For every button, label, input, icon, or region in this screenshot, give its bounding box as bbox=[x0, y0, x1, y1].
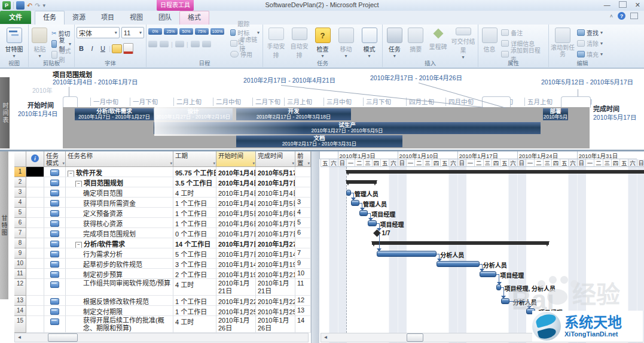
duration-cell[interactable]: 4 工时 bbox=[173, 279, 216, 296]
mode-button[interactable]: 模式 ▾ bbox=[358, 26, 380, 59]
timeline-bar[interactable]: 试生产2010年1月27日 - 2010年5月5日 bbox=[154, 122, 541, 134]
underline-button[interactable]: U bbox=[98, 44, 108, 53]
task-mode-cell[interactable] bbox=[44, 167, 66, 177]
collapse-task-icon[interactable]: − bbox=[75, 242, 82, 248]
finish-date-cell[interactable]: 2010年1月21日 bbox=[256, 269, 295, 279]
finish-date-cell[interactable]: 2010年1月7日 bbox=[256, 177, 295, 187]
row-number-cell[interactable]: 9 bbox=[14, 248, 26, 259]
finish-date-cell[interactable]: 2010年1月19日 bbox=[256, 259, 295, 269]
predecessor-cell[interactable] bbox=[295, 167, 311, 177]
gantt-task-bar[interactable] bbox=[501, 298, 509, 304]
finish-date-cell[interactable]: 2010年1月7日 bbox=[256, 228, 295, 238]
task-name-cell[interactable]: 获得开展后续工作的批准(概念、期限和预算) bbox=[66, 316, 173, 333]
inspect-button[interactable]: ? 检查 ▾ bbox=[312, 26, 334, 59]
restore-button[interactable] bbox=[619, 1, 627, 8]
start-date-cell[interactable]: 2010年1月4日 bbox=[216, 187, 256, 198]
inactivate-button[interactable]: 停用 bbox=[229, 49, 261, 59]
gantt-task-bar[interactable] bbox=[368, 220, 376, 226]
insert-deliverable-button[interactable]: 可交付结果 ▾ bbox=[450, 26, 476, 59]
task-name-cell[interactable]: 确定项目范围 bbox=[66, 187, 173, 198]
row-info-cell[interactable] bbox=[26, 187, 44, 198]
timeline-callout[interactable]: 2010年2月17日 - 2010年4月26日 bbox=[366, 74, 466, 81]
gantt-task-bar[interactable] bbox=[351, 200, 359, 206]
row-info-cell[interactable] bbox=[26, 248, 44, 259]
start-date-cell[interactable]: 2010年1月7日 bbox=[216, 248, 256, 259]
column-header-start[interactable]: 开始时间▾ bbox=[216, 151, 256, 167]
gantt-summary-bar[interactable] bbox=[346, 180, 377, 184]
duration-cell[interactable]: 4 工时 bbox=[173, 316, 216, 333]
row-number-cell[interactable]: 14 bbox=[14, 306, 26, 316]
duration-cell[interactable]: 2 个工作日 bbox=[173, 269, 216, 279]
find-button[interactable]: 查找 ▾ bbox=[576, 28, 604, 38]
row-info-cell[interactable] bbox=[26, 177, 44, 187]
row-info-cell[interactable] bbox=[26, 228, 44, 238]
finish-date-cell[interactable]: 2010年1月26日 bbox=[256, 316, 295, 333]
task-mode-cell[interactable] bbox=[44, 269, 66, 279]
start-date-cell[interactable]: 2010年1月26日 bbox=[216, 316, 256, 333]
task-name-cell[interactable]: 完成项目范围规划 bbox=[66, 228, 173, 238]
paste-button[interactable]: 粘贴 ▾ bbox=[30, 26, 49, 59]
row-number-cell[interactable]: 7 bbox=[14, 228, 26, 238]
gantt-task-bar[interactable] bbox=[480, 271, 497, 277]
background-color-icon[interactable] bbox=[112, 44, 122, 53]
row-info-cell[interactable] bbox=[26, 208, 44, 218]
finish-date-cell[interactable]: 2010年1月22日 bbox=[256, 296, 295, 306]
collapse-task-icon[interactable]: − bbox=[68, 171, 74, 177]
finish-date-cell[interactable]: 2010年1月5日 bbox=[256, 198, 295, 208]
filter-dropdown-icon[interactable]: ▾ bbox=[307, 161, 310, 166]
finish-date-cell[interactable]: 2010年1月7日 bbox=[256, 218, 295, 228]
row-number-cell[interactable]: 10 bbox=[14, 259, 26, 269]
percent-complete-50-button[interactable]: 50% bbox=[179, 28, 193, 35]
row-number-cell[interactable]: 5 bbox=[14, 208, 26, 218]
duration-cell[interactable]: 3 个工作日 bbox=[173, 259, 216, 269]
scrollbar-thumb[interactable] bbox=[407, 333, 423, 342]
duration-cell[interactable]: 4 工时 bbox=[173, 187, 216, 198]
notes-button[interactable]: 备注 bbox=[500, 28, 547, 38]
gantt-task-bar[interactable] bbox=[496, 284, 500, 290]
start-date-cell[interactable]: 2010年1月7日 bbox=[216, 238, 256, 248]
gantt-task-bar[interactable] bbox=[359, 210, 368, 216]
close-button[interactable]: ✕ bbox=[635, 1, 640, 9]
start-date-cell[interactable]: 2010年1月22日 bbox=[216, 296, 256, 306]
insert-milestone-button[interactable]: 里程碑 bbox=[427, 26, 449, 59]
duration-cell[interactable]: 1 个工作日 bbox=[173, 208, 216, 218]
insert-task-button[interactable]: 任务 ▾ bbox=[384, 26, 405, 59]
percent-complete-75-button[interactable]: 75% bbox=[195, 28, 209, 35]
move-button[interactable]: 移动 ▾ bbox=[335, 26, 357, 59]
row-number-cell[interactable]: 1 bbox=[14, 167, 26, 177]
timeline-pane-label[interactable]: 时间表 bbox=[0, 77, 10, 148]
link-tasks-icon[interactable] bbox=[191, 41, 200, 47]
row-info-cell[interactable] bbox=[26, 259, 44, 269]
gantt-task-bar[interactable] bbox=[437, 261, 479, 267]
start-date-cell[interactable]: 2010年1月4日 bbox=[216, 177, 256, 187]
predecessor-cell[interactable] bbox=[295, 187, 311, 198]
row-info-cell[interactable] bbox=[26, 306, 44, 316]
timeline-bar[interactable]: 分析/软件需求2010年1月7日 - 2010年1月27日 bbox=[75, 108, 154, 120]
collapse-ribbon-icon[interactable]: ˄ bbox=[610, 13, 613, 19]
timeline-callout[interactable]: 2010年5月12日 - 2010年5月17日 bbox=[537, 78, 637, 86]
auto-schedule-button[interactable]: 自动安排 bbox=[288, 26, 310, 59]
gantt-pane-label[interactable]: 甘特图 bbox=[0, 151, 8, 299]
task-mode-cell[interactable] bbox=[44, 306, 66, 316]
percent-complete-0-button[interactable]: 0% bbox=[148, 28, 162, 35]
duration-cell[interactable]: 5 个工作日 bbox=[173, 248, 216, 259]
finish-date-cell[interactable]: 2010年1月6日 bbox=[256, 208, 295, 218]
help-icon[interactable]: ? bbox=[618, 12, 625, 20]
duration-cell[interactable]: 1 个工作日 bbox=[173, 218, 216, 228]
finish-date-cell[interactable]: 2010年1月4日 bbox=[256, 187, 295, 198]
predecessor-cell[interactable] bbox=[295, 238, 311, 248]
minimize-button[interactable]: — bbox=[604, 1, 611, 9]
unlink-tasks-icon[interactable] bbox=[202, 41, 211, 47]
finish-date-cell[interactable]: 2010年5月17日 bbox=[256, 167, 295, 177]
duration-cell[interactable]: 95.75 个工作日 bbox=[173, 167, 216, 177]
clear-button[interactable]: 清除 ▾ bbox=[576, 38, 604, 48]
scroll-to-task-button[interactable]: 滚动到任务 bbox=[551, 26, 575, 59]
collapse-task-icon[interactable]: − bbox=[75, 181, 82, 187]
start-date-cell[interactable]: 2010年1月7日 bbox=[216, 228, 256, 238]
respect-links-button[interactable]: 考虑链接 bbox=[229, 38, 261, 48]
predecessor-cell[interactable]: 10 bbox=[295, 269, 311, 279]
task-name-cell[interactable]: −项目范围规划 bbox=[66, 177, 173, 187]
timeline-bar[interactable]: 文档2010年2月17日 - 2010年3月31日 bbox=[236, 135, 402, 147]
predecessor-cell[interactable]: 11 bbox=[295, 279, 311, 296]
timeline-pane[interactable]: 时间表 2010年 开始时间 2010年1月4日 完成时间 2010年5月17日… bbox=[0, 68, 644, 150]
